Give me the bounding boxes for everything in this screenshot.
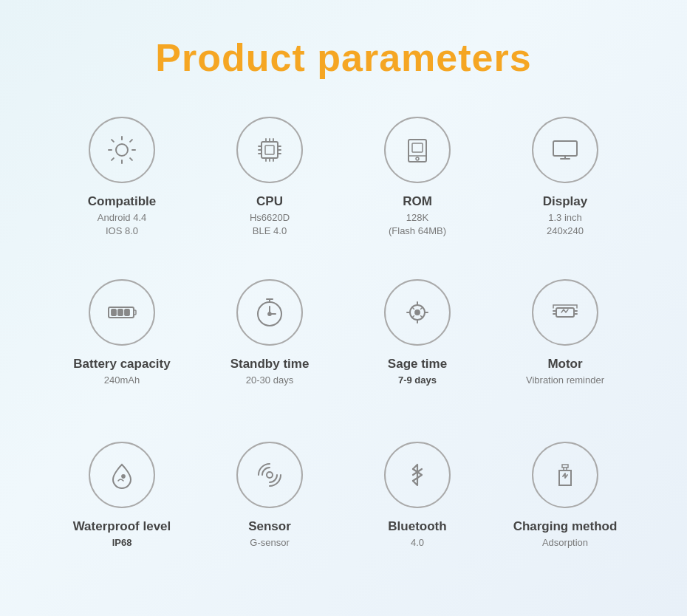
motor-sub: Vibration reminder xyxy=(526,374,604,387)
waterproof-icon xyxy=(89,442,155,508)
item-display: Display 1.3 inch240x240 xyxy=(499,109,632,264)
svg-point-6 xyxy=(416,157,419,160)
item-standby: Standby time 20-30 days xyxy=(203,272,336,427)
bluetooth-sub: 4.0 xyxy=(411,536,424,550)
svg-rect-7 xyxy=(553,141,577,156)
svg-rect-1 xyxy=(262,142,278,158)
svg-point-24 xyxy=(122,475,125,478)
rom-icon xyxy=(384,117,451,183)
motor-label: Motor xyxy=(547,356,582,372)
bluetooth-label: Bluetooth xyxy=(388,519,446,535)
svg-point-18 xyxy=(415,310,420,315)
bluetooth-icon xyxy=(384,442,451,508)
display-sub: 1.3 inch240x240 xyxy=(547,211,584,238)
sage-label: Sage time xyxy=(388,356,447,372)
cpu-label: CPU xyxy=(256,194,283,210)
product-grid: Compatible Android 4.4IOS 8.0 CPU Hs6620… xyxy=(55,109,632,589)
svg-point-0 xyxy=(116,144,128,156)
battery-label: Battery capacity xyxy=(73,356,170,372)
item-compatible: Compatible Android 4.4IOS 8.0 xyxy=(55,109,188,264)
svg-rect-2 xyxy=(265,146,274,154)
standby-label: Standby time xyxy=(230,356,310,372)
standby-sub: 20-30 days xyxy=(246,374,293,387)
waterproof-sub: IP68 xyxy=(112,536,132,550)
charging-sub: Adsorption xyxy=(542,536,588,550)
item-motor: Motor Vibration reminder xyxy=(499,272,632,427)
svg-rect-4 xyxy=(412,143,423,152)
sensor-sub: G-sensor xyxy=(250,536,289,550)
item-cpu: CPU Hs6620DBLE 4.0 xyxy=(203,109,336,264)
sage-sub: 7-9 days xyxy=(398,374,437,387)
charging-label: Charging method xyxy=(513,519,618,535)
item-battery: Battery capacity 240mAh xyxy=(55,272,188,427)
display-label: Display xyxy=(543,194,587,210)
rom-sub: 128K(Flash 64MB) xyxy=(389,211,446,238)
sensor-label: Sensor xyxy=(248,519,291,535)
sage-icon xyxy=(384,279,451,346)
svg-rect-19 xyxy=(556,308,574,317)
svg-rect-14 xyxy=(125,309,129,315)
compatible-label: Compatible xyxy=(88,194,157,210)
svg-rect-13 xyxy=(118,309,123,315)
charging-icon xyxy=(532,442,598,508)
item-charging: Charging method Adsorption xyxy=(499,434,632,589)
rom-label: ROM xyxy=(403,194,432,210)
item-waterproof: Waterproof level IP68 xyxy=(55,434,188,589)
standby-icon xyxy=(236,279,303,346)
svg-rect-12 xyxy=(112,309,116,315)
svg-rect-11 xyxy=(134,310,136,315)
cpu-icon xyxy=(236,117,303,183)
item-sensor: Sensor G-sensor xyxy=(203,434,336,589)
item-rom: ROM 128K(Flash 64MB) xyxy=(351,109,484,264)
page-title: Product parameters xyxy=(155,35,531,80)
sensor-icon xyxy=(236,442,303,508)
item-sage: Sage time 7-9 days xyxy=(351,272,484,427)
cpu-sub: Hs6620DBLE 4.0 xyxy=(250,211,290,238)
battery-sub: 240mAh xyxy=(104,374,140,387)
item-bluetooth: Bluetooth 4.0 xyxy=(351,434,484,589)
motor-icon xyxy=(532,279,598,346)
display-icon xyxy=(532,117,598,183)
svg-point-16 xyxy=(268,312,271,315)
waterproof-label: Waterproof level xyxy=(73,519,171,535)
compatible-sub: Android 4.4IOS 8.0 xyxy=(98,211,147,238)
battery-icon xyxy=(89,279,155,346)
svg-point-25 xyxy=(267,472,273,478)
compatible-icon xyxy=(89,117,155,183)
